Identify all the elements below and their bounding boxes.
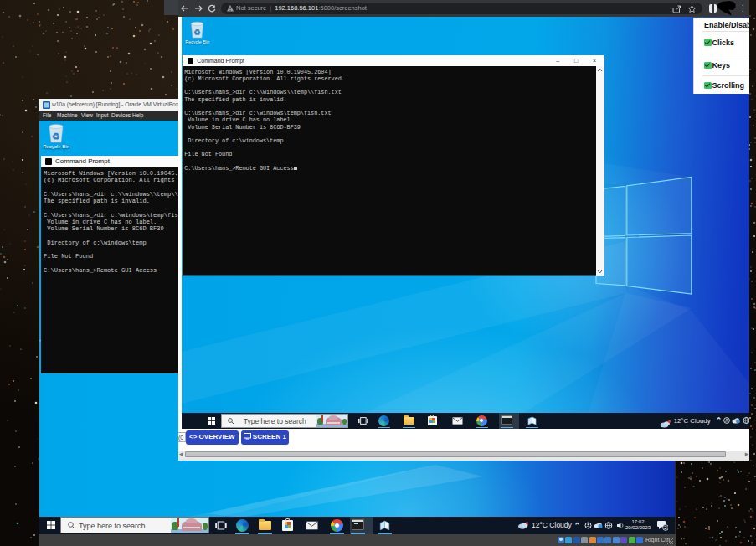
svg-text:♻: ♻ [52, 131, 60, 142]
svg-text:♻: ♻ [193, 28, 201, 37]
